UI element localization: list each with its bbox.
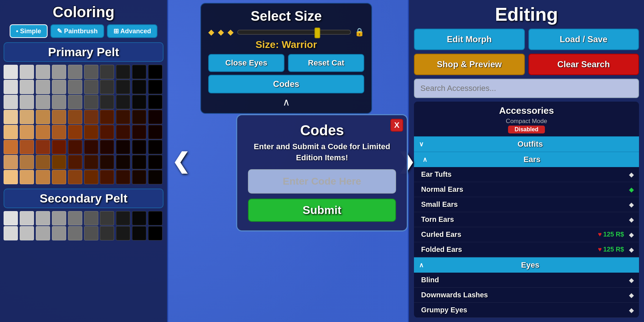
color-cell[interactable] (68, 211, 82, 225)
color-cell[interactable] (20, 80, 34, 94)
color-cell[interactable] (100, 65, 114, 79)
color-cell[interactable] (20, 125, 34, 139)
list-item[interactable]: Folded Ears ♥ 125 R$ ◆ (414, 242, 639, 257)
color-cell[interactable] (36, 170, 50, 184)
color-cell[interactable] (148, 170, 162, 184)
color-cell[interactable] (68, 125, 82, 139)
color-cell[interactable] (84, 140, 98, 154)
category-eyes[interactable]: ∧ Eyes (414, 257, 639, 273)
color-cell[interactable] (68, 140, 82, 154)
color-cell[interactable] (84, 226, 98, 240)
color-cell[interactable] (68, 110, 82, 124)
color-cell[interactable] (100, 95, 114, 109)
color-cell[interactable] (68, 80, 82, 94)
color-cell[interactable] (20, 110, 34, 124)
clear-search-button[interactable]: Clear Search (528, 54, 639, 75)
simple-mode-button[interactable]: • Simple (10, 24, 48, 38)
code-input[interactable] (248, 169, 396, 194)
color-cell[interactable] (116, 125, 130, 139)
color-cell[interactable] (4, 125, 18, 139)
list-item[interactable]: Downwards Lashes ◆ (414, 288, 639, 303)
color-cell[interactable] (100, 170, 114, 184)
color-cell[interactable] (116, 211, 130, 225)
color-cell[interactable] (100, 110, 114, 124)
color-cell[interactable] (52, 155, 66, 169)
color-cell[interactable] (116, 95, 130, 109)
color-cell[interactable] (148, 140, 162, 154)
color-cell[interactable] (148, 211, 162, 225)
color-cell[interactable] (132, 125, 146, 139)
color-cell[interactable] (4, 95, 18, 109)
category-ears[interactable]: ∧ Ears (414, 152, 639, 167)
shop-preview-button[interactable]: Shop & Preview (414, 54, 525, 75)
color-cell[interactable] (116, 226, 130, 240)
color-cell[interactable] (132, 140, 146, 154)
color-cell[interactable] (20, 170, 34, 184)
color-cell[interactable] (100, 80, 114, 94)
codes-button[interactable]: Codes (208, 75, 364, 93)
color-cell[interactable] (52, 211, 66, 225)
color-cell[interactable] (148, 125, 162, 139)
color-cell[interactable] (36, 110, 50, 124)
list-item[interactable]: Curled Ears ♥ 125 R$ ◆ (414, 227, 639, 242)
color-cell[interactable] (132, 65, 146, 79)
color-cell[interactable] (68, 95, 82, 109)
list-item[interactable]: Grumpy Eyes ◆ (414, 303, 639, 318)
color-cell[interactable] (132, 110, 146, 124)
compact-mode-badge[interactable]: Disabled (508, 126, 545, 133)
color-cell[interactable] (52, 125, 66, 139)
color-cell[interactable] (132, 80, 146, 94)
paintbrush-mode-button[interactable]: ✎ Paintbrush (50, 24, 104, 38)
color-cell[interactable] (36, 125, 50, 139)
color-cell[interactable] (132, 155, 146, 169)
color-cell[interactable] (116, 170, 130, 184)
color-cell[interactable] (100, 211, 114, 225)
color-cell[interactable] (4, 170, 18, 184)
color-cell[interactable] (4, 211, 18, 225)
submit-button[interactable]: Submit (248, 199, 396, 222)
close-eyes-button[interactable]: Close Eyes (208, 54, 284, 72)
size-slider-track[interactable] (237, 30, 351, 35)
list-item[interactable]: Ear Tufts ◆ (414, 167, 639, 182)
category-outfits[interactable]: ∨ Outfits (414, 136, 639, 152)
color-cell[interactable] (148, 65, 162, 79)
color-cell[interactable] (4, 110, 18, 124)
color-cell[interactable] (116, 110, 130, 124)
color-cell[interactable] (68, 226, 82, 240)
color-cell[interactable] (148, 80, 162, 94)
list-item[interactable]: Torn Ears ◆ (414, 212, 639, 227)
color-cell[interactable] (36, 65, 50, 79)
color-cell[interactable] (100, 140, 114, 154)
list-item[interactable]: Blind ◆ (414, 273, 639, 288)
load-save-button[interactable]: Load / Save (528, 29, 639, 50)
color-cell[interactable] (116, 80, 130, 94)
color-cell[interactable] (36, 226, 50, 240)
color-cell[interactable] (84, 211, 98, 225)
color-cell[interactable] (4, 80, 18, 94)
color-cell[interactable] (84, 170, 98, 184)
color-cell[interactable] (148, 155, 162, 169)
color-cell[interactable] (116, 140, 130, 154)
search-accessories-input[interactable] (414, 79, 639, 98)
color-cell[interactable] (20, 140, 34, 154)
color-cell[interactable] (116, 155, 130, 169)
edit-morph-button[interactable]: Edit Morph (414, 29, 525, 50)
color-cell[interactable] (148, 226, 162, 240)
reset-cat-button[interactable]: Reset Cat (288, 54, 364, 72)
color-cell[interactable] (148, 95, 162, 109)
color-cell[interactable] (36, 155, 50, 169)
color-cell[interactable] (36, 211, 50, 225)
nav-arrow-left[interactable]: ❮ (172, 148, 190, 174)
color-cell[interactable] (132, 211, 146, 225)
color-cell[interactable] (68, 170, 82, 184)
color-cell[interactable] (36, 80, 50, 94)
color-cell[interactable] (52, 65, 66, 79)
color-cell[interactable] (84, 155, 98, 169)
size-slider-thumb[interactable] (314, 28, 320, 38)
color-cell[interactable] (84, 80, 98, 94)
color-cell[interactable] (132, 170, 146, 184)
color-cell[interactable] (116, 65, 130, 79)
color-cell[interactable] (36, 140, 50, 154)
color-cell[interactable] (4, 140, 18, 154)
color-cell[interactable] (36, 95, 50, 109)
